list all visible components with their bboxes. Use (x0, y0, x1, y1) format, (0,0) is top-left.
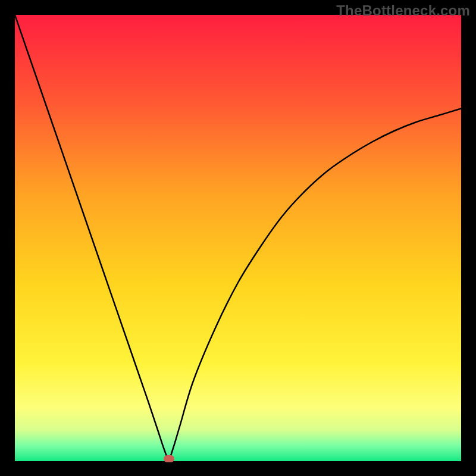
optimal-point-marker (164, 455, 174, 462)
bottleneck-curve (15, 15, 461, 459)
curve-layer (15, 15, 461, 461)
attribution-watermark: TheBottleneck.com (336, 2, 470, 19)
plot-area (15, 15, 461, 461)
chart-frame: TheBottleneck.com (0, 0, 476, 476)
